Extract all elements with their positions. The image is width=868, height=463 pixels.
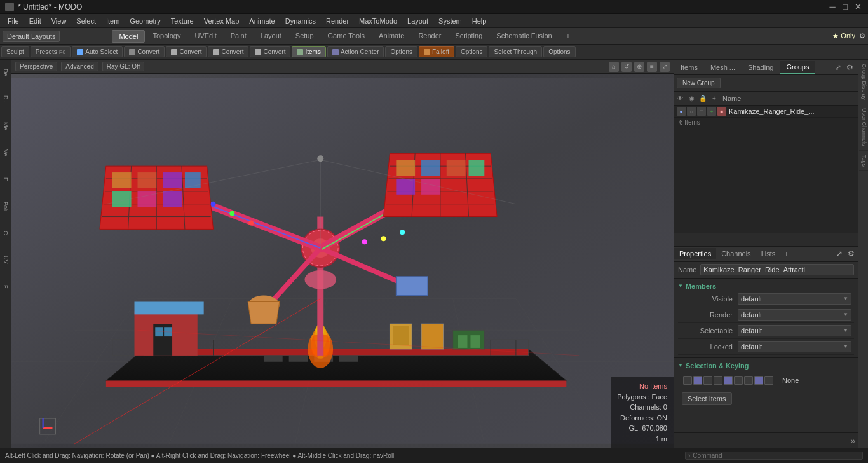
key-cell-9 bbox=[764, 376, 773, 385]
presets-button[interactable]: Presets F6 bbox=[31, 46, 71, 57]
menu-maxtomodo[interactable]: MaxToModo bbox=[354, 16, 402, 26]
groups-settings-icon[interactable]: ⚙ bbox=[846, 63, 855, 72]
props-settings-icon[interactable]: ⚙ bbox=[846, 249, 855, 258]
title-bar-controls[interactable]: ─ □ ✕ bbox=[827, 2, 863, 12]
options-button-1[interactable]: Options bbox=[385, 46, 417, 57]
layout-dropdown[interactable]: Default Layouts bbox=[3, 31, 60, 42]
menu-file[interactable]: File bbox=[3, 16, 24, 26]
menu-animate[interactable]: Animate bbox=[244, 16, 280, 26]
vp-icon-expand[interactable]: ⤢ bbox=[660, 62, 670, 72]
group-lock-icon[interactable]: □ bbox=[697, 107, 706, 116]
svg-rect-30 bbox=[393, 326, 409, 345]
tab-add[interactable]: + bbox=[560, 30, 576, 43]
props-expand-icon[interactable]: ⤢ bbox=[835, 249, 844, 258]
menu-vertex-map[interactable]: Vertex Map bbox=[199, 16, 245, 26]
menu-system[interactable]: System bbox=[433, 16, 467, 26]
tab-animate[interactable]: Animate bbox=[372, 30, 410, 43]
visible-dropdown[interactable]: default bbox=[738, 293, 851, 305]
tab-lists[interactable]: Lists bbox=[756, 248, 781, 259]
close-button[interactable]: ✕ bbox=[853, 2, 863, 12]
tab-schematic[interactable]: Schematic Fusion bbox=[490, 30, 558, 43]
tag-tags[interactable]: Tags bbox=[859, 151, 868, 171]
vp-icon-settings[interactable]: ≡ bbox=[647, 62, 657, 72]
options-button-3[interactable]: Options bbox=[543, 46, 575, 57]
menu-item[interactable]: Item bbox=[101, 16, 125, 26]
menu-help[interactable]: Help bbox=[467, 16, 492, 26]
minimize-button[interactable]: ─ bbox=[827, 2, 837, 12]
left-tool-uv[interactable]: UV... bbox=[1, 249, 11, 275]
groups-expand-icon[interactable]: ⤢ bbox=[835, 63, 844, 72]
menu-dynamics[interactable]: Dynamics bbox=[280, 16, 321, 26]
left-tool-du[interactable]: Du... bbox=[1, 89, 11, 114]
command-input[interactable] bbox=[693, 452, 860, 459]
tab-items[interactable]: Items bbox=[674, 62, 704, 73]
new-group-button[interactable]: New Group bbox=[677, 78, 721, 88]
tab-gametools[interactable]: Game Tools bbox=[322, 30, 372, 43]
group-add-icon[interactable]: + bbox=[707, 107, 716, 116]
tab-mesh[interactable]: Mesh ... bbox=[704, 62, 742, 73]
menu-geometry[interactable]: Geometry bbox=[125, 16, 165, 26]
vp-icon-reset[interactable]: ↺ bbox=[621, 62, 632, 72]
convert-button-3[interactable]: Convert bbox=[208, 46, 248, 57]
left-tool-e[interactable]: E... bbox=[1, 169, 11, 195]
tab-channels[interactable]: Channels bbox=[716, 248, 756, 259]
viewport[interactable]: Perspective Advanced Ray GL: Off ⌂ ↺ ⊕ ≡… bbox=[11, 60, 674, 448]
tab-shading[interactable]: Shading bbox=[742, 62, 780, 73]
menu-select[interactable]: Select bbox=[71, 16, 101, 26]
tab-topology[interactable]: Topology bbox=[146, 30, 187, 43]
viewport-canvas[interactable]: No Items Polygons : Face Channels: 0 Def… bbox=[11, 74, 674, 448]
tab-properties[interactable]: Properties bbox=[674, 248, 716, 259]
vp-icon-home[interactable]: ⌂ bbox=[609, 62, 619, 72]
props-tab-plus[interactable]: + bbox=[780, 248, 792, 259]
tag-group-display[interactable]: Group Display bbox=[859, 60, 868, 104]
groups-list-header: 👁 ◉ 🔒 + Name bbox=[674, 92, 858, 106]
menu-edit[interactable]: Edit bbox=[24, 16, 46, 26]
convert-button-4[interactable]: Convert bbox=[250, 46, 290, 57]
group-row[interactable]: ● ○ □ + ■ Kamikaze_Ranger_Ride_... bbox=[674, 106, 858, 118]
left-tool-ve[interactable]: Ve... bbox=[1, 142, 11, 168]
tab-scripting[interactable]: Scripting bbox=[449, 30, 489, 43]
options-button-2[interactable]: Options bbox=[456, 46, 487, 57]
items-button[interactable]: Items bbox=[292, 46, 325, 57]
group-eye-icon[interactable]: ● bbox=[677, 107, 686, 116]
maximize-button[interactable]: □ bbox=[840, 2, 850, 12]
raygl-button[interactable]: Ray GL: Off bbox=[102, 62, 145, 71]
menu-render[interactable]: Render bbox=[321, 16, 354, 26]
selectable-dropdown[interactable]: default bbox=[738, 325, 851, 336]
menu-texture[interactable]: Texture bbox=[166, 16, 199, 26]
menu-view[interactable]: View bbox=[46, 16, 72, 26]
tab-model[interactable]: Model bbox=[112, 30, 145, 43]
tab-uvedit[interactable]: UVEdit bbox=[188, 30, 222, 43]
render-dropdown[interactable]: default bbox=[738, 309, 851, 321]
locked-dropdown[interactable]: default bbox=[738, 341, 851, 352]
tab-setup[interactable]: Setup bbox=[289, 30, 320, 43]
auto-select-button[interactable]: Auto Select bbox=[72, 46, 123, 57]
group-render-icon[interactable]: ○ bbox=[687, 107, 696, 116]
tag-user-channels[interactable]: User Channels bbox=[859, 104, 868, 151]
settings-icon[interactable]: ⚙ bbox=[859, 32, 865, 40]
action-center-button[interactable]: Action Center bbox=[327, 46, 384, 57]
select-through-button[interactable]: Select Through bbox=[489, 46, 542, 57]
left-tool-me[interactable]: Me... bbox=[1, 116, 11, 141]
vp-icon-zoom[interactable]: ⊕ bbox=[634, 62, 644, 72]
props-name-input[interactable] bbox=[700, 264, 854, 275]
left-tool-poli[interactable]: Poli... bbox=[1, 196, 11, 221]
falloff-button[interactable]: Falloff bbox=[419, 46, 454, 57]
left-tool-de[interactable]: De... bbox=[1, 62, 11, 88]
command-input-area[interactable]: › bbox=[685, 452, 863, 460]
convert-button-2[interactable]: Convert bbox=[166, 46, 207, 57]
menu-layout[interactable]: Layout bbox=[402, 16, 433, 26]
left-tool-c[interactable]: C... bbox=[1, 223, 11, 248]
tab-layout[interactable]: Layout bbox=[254, 30, 288, 43]
tab-render[interactable]: Render bbox=[412, 30, 447, 43]
perspective-button[interactable]: Perspective bbox=[15, 62, 57, 71]
star-badge[interactable]: ★ Only bbox=[832, 32, 855, 40]
advanced-button[interactable]: Advanced bbox=[61, 62, 98, 71]
tab-groups[interactable]: Groups bbox=[780, 61, 815, 74]
expand-arrow-icon[interactable]: » bbox=[850, 436, 855, 446]
sculpt-button[interactable]: Sculpt bbox=[1, 46, 29, 57]
left-tool-f[interactable]: F... bbox=[1, 276, 11, 301]
convert-button-1[interactable]: Convert bbox=[124, 46, 165, 57]
tab-paint[interactable]: Paint bbox=[224, 30, 253, 43]
select-items-button[interactable]: Select Items bbox=[682, 392, 732, 405]
